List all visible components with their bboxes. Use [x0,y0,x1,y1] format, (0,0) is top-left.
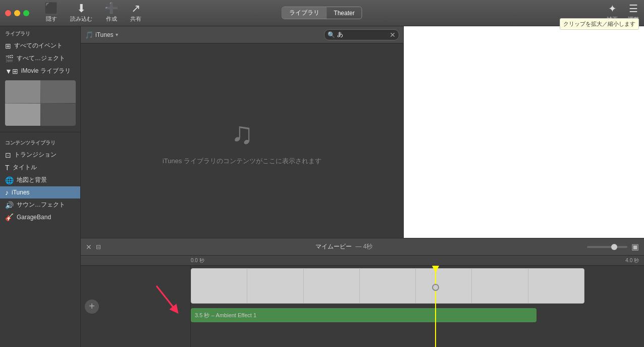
sidebar-item-itunes[interactable]: ♪ iTunes [0,186,80,199]
browser-source: 🎵 iTunes ▾ [85,31,118,39]
maps-icon: 🌐 [5,176,14,184]
video-clip[interactable] [191,268,584,304]
hide-label: 隠す [46,15,57,23]
toolbar-actions: ⬛ 隠す ⬇ 読み込む ➕ 作成 ↗ 共有 [44,3,141,23]
sidebar-item-transitions[interactable]: ⊡ トランジション [0,148,80,161]
arrow-svg [146,281,187,321]
playhead [435,266,436,347]
sidebar-item-sound-effects[interactable]: 🔊 サウン…フェクト [0,199,80,211]
clip-cell-4 [360,269,416,303]
all-events-label: すべてのイベント [14,41,63,50]
adjust-icon: ☰ [629,3,638,15]
sidebar-item-garageband[interactable]: 🎸 GarageBand [0,211,80,223]
ruler-start: 0.0 秒 [191,257,204,264]
transitions-icon: ⊡ [5,151,11,159]
clip-cell-1 [191,269,247,303]
browser-panel: 🎵 iTunes ▾ 🔍 ✕ ♫ iTunes ライブラリのコンテンツがここに表… [81,26,404,238]
movie-title: マイムービー [315,243,352,250]
main-layout: ライブラリ ⊞ すべてのイベント 🎬 すべて…ジェクト ▼⊞ iMovie ライ… [0,26,644,347]
top-pane: 🎵 iTunes ▾ 🔍 ✕ ♫ iTunes ライブラリのコンテンツがここに表… [81,26,644,238]
maximize-button[interactable] [23,10,29,16]
garageband-icon: 🎸 [5,213,14,221]
clip-cell-7 [528,269,584,303]
preview-panel [404,26,644,238]
browser-header: 🎵 iTunes ▾ 🔍 ✕ [81,26,403,43]
library-tab[interactable]: ライブラリ [282,7,327,19]
add-track-button[interactable]: + [85,300,99,314]
titles-icon: T [5,164,10,172]
import-button[interactable]: ⬇ 読み込む [70,3,92,23]
events-icon: ⊞ [5,42,11,50]
zoom-thumb [611,244,617,250]
share-label: 共有 [130,15,141,23]
view-toggle: ライブラリ Theater [282,7,362,19]
correct-icon: ✦ [608,3,617,15]
close-button[interactable] [5,10,11,16]
hide-icon: ⬛ [44,3,58,14]
timeline-title: マイムービー — 4秒 [105,242,583,251]
sidebar-item-imovie-library[interactable]: ▼⊞ iMovie ライブラリ [0,65,80,77]
empty-text: iTunes ライブラリのコンテンツがここに表示されます [163,157,321,166]
sidebar-item-all-projects[interactable]: 🎬 すべて…ジェクト [0,52,80,65]
create-button[interactable]: ➕ 作成 [104,3,118,23]
theater-tab[interactable]: Theater [327,7,361,19]
browser-content: ♫ iTunes ライブラリのコンテンツがここに表示されます [81,43,403,238]
share-button[interactable]: ↗ 共有 [130,3,141,23]
clip-cell-5 [416,269,472,303]
minimize-button[interactable] [14,10,20,16]
music-note-icon: ♫ [231,116,253,151]
playhead-circle [432,284,439,291]
sound-icon: 🔊 [5,201,14,209]
timeline-close-button[interactable]: ✕ [86,243,92,251]
timeline-zoom-controls: ▣ [587,242,639,252]
sound-label: サウン…フェクト [17,201,65,209]
svg-line-0 [156,286,176,310]
clip-cell-2 [247,269,303,303]
imovie-library-label: iMovie ライブラリ [21,67,71,75]
traffic-lights [5,10,29,16]
clip-cell-3 [304,269,360,303]
titles-label: タイトル [13,163,37,172]
content-area: 🎵 iTunes ▾ 🔍 ✕ ♫ iTunes ライブラリのコンテンツがここに表… [81,26,644,347]
timeline-ruler: 0.0 秒 4.0 秒 [81,256,644,266]
sidebar-item-titles[interactable]: T タイトル [0,161,80,174]
transitions-label: トランジション [14,151,57,159]
tooltip-container: クリップを拡大／縮小します [560,18,639,30]
search-icon: 🔍 [328,31,335,38]
audio-track: 3.5 秒 – Ambient Effect 1 [191,306,644,324]
timeline-header: ✕ ⊟ マイムービー — 4秒 ▣ クリップを拡大／縮小します [81,238,644,256]
create-label: 作成 [106,15,117,23]
zoom-icon: ▣ [631,242,639,252]
audio-label: 3.5 秒 – Ambient Effect 1 [195,312,256,319]
video-track [191,266,644,306]
audio-clip[interactable]: 3.5 秒 – Ambient Effect 1 [191,308,536,322]
timeline-pane: ✕ ⊟ マイムービー — 4秒 ▣ クリップを拡大／縮小します [81,238,644,347]
itunes-icon: ♪ [5,188,9,196]
hide-button[interactable]: ⬛ 隠す [44,3,58,23]
arrow-annotation [146,281,187,323]
browser-search[interactable]: 🔍 ✕ [324,29,399,40]
import-label: 読み込む [70,15,92,23]
sidebar-divider [0,132,80,132]
library-icon: ▼⊞ [5,67,18,75]
maps-label: 地図と背景 [17,176,47,184]
zoom-tooltip: クリップを拡大／縮小します [560,18,639,30]
library-section-label: ライブラリ [0,26,80,39]
itunes-label: iTunes [12,189,30,196]
source-arrow: ▾ [116,32,118,37]
itunes-source-icon: 🎵 [85,31,93,39]
timeline-tracks: + [81,266,644,347]
content-library-label: コンテンツライブラリ [0,135,80,148]
titlebar: ⬛ 隠す ⬇ 読み込む ➕ 作成 ↗ 共有 ライブラリ Theater ✦ 補正… [0,0,644,26]
movie-duration: — 4秒 [355,243,372,250]
all-projects-label: すべて…ジェクト [17,54,65,63]
search-input[interactable] [337,31,388,38]
share-icon: ↗ [131,3,140,14]
sidebar-item-maps[interactable]: 🌐 地図と背景 [0,174,80,186]
search-clear-button[interactable]: ✕ [390,31,396,39]
filmstrip-icon: ⊟ [96,243,101,251]
projects-icon: 🎬 [5,55,14,63]
zoom-slider[interactable] [587,246,627,248]
ruler-end: 4.0 秒 [625,257,639,264]
sidebar-item-all-events[interactable]: ⊞ すべてのイベント [0,39,80,52]
